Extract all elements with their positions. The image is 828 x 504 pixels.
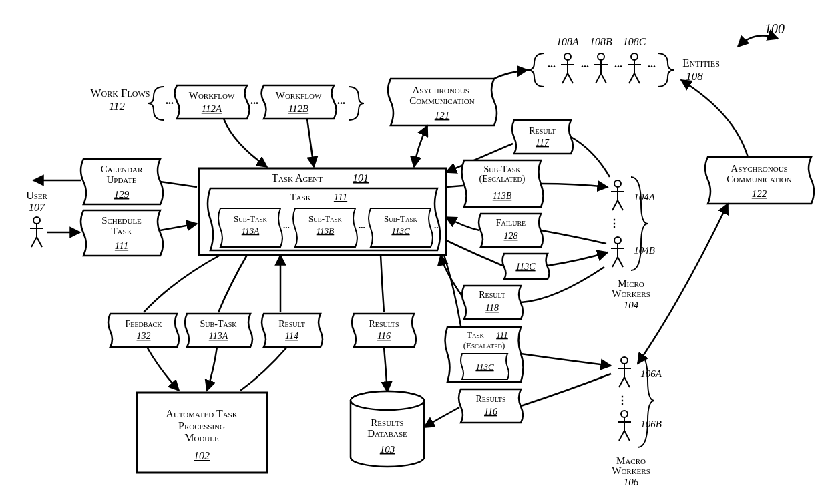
workflow-112a: Workflow 112A	[175, 85, 250, 119]
subtask-escalated: Sub-Task(Escalated) 113B	[462, 160, 544, 207]
results-116a: Results 116	[352, 314, 416, 347]
svg-point-5	[598, 53, 604, 60]
arrow-workflow-a-agent	[224, 119, 267, 167]
macro-workers-group: 106A ⋮ 106B MacroWorkers 106	[612, 354, 662, 487]
svg-point-28	[33, 217, 40, 224]
svg-text:···: ···	[166, 97, 174, 109]
figure-ref: 100	[738, 21, 785, 47]
svg-text:Result: Result	[479, 290, 505, 300]
svg-line-13	[629, 73, 634, 83]
svg-text:Sub-Task: Sub-Task	[234, 214, 268, 224]
svg-text:103: 103	[380, 444, 395, 455]
svg-text:MicroWorkers: MicroWorkers	[612, 278, 650, 299]
subtask-113a-out: Sub-Task 113A	[185, 314, 252, 347]
line-failure-worker	[541, 230, 606, 244]
entity-108b-icon	[594, 53, 608, 83]
subtask-113c-inner: Sub-Task 113C	[369, 208, 433, 247]
svg-line-9	[601, 73, 606, 83]
line-result114-module	[240, 347, 287, 391]
svg-text:Workflow: Workflow	[189, 90, 235, 101]
macro-worker-a-label: 106A	[640, 368, 662, 379]
workflows-group: Work Flows 112 Workflow 112A ··· ··· Wor…	[90, 85, 364, 120]
svg-text:113B: 113B	[317, 226, 335, 236]
svg-line-70	[618, 257, 623, 267]
svg-text:117: 117	[536, 138, 550, 148]
svg-text:⋮: ⋮	[617, 395, 628, 406]
svg-text:ResultsDatabase: ResultsDatabase	[367, 417, 407, 439]
svg-text:···: ···	[337, 97, 345, 109]
entity-108c-icon	[628, 53, 641, 83]
entities-group: ··· ··· ··· ··· 108A 108B 108C Entities …	[528, 36, 720, 87]
micro-worker-a-icon	[611, 180, 624, 210]
svg-text:CalendarUpdate: CalendarUpdate	[101, 164, 143, 185]
svg-text:113C: 113C	[515, 262, 536, 272]
svg-text:···: ···	[283, 222, 290, 232]
arrow-schedule-agent	[160, 224, 197, 230]
entity-108a-icon	[561, 53, 574, 83]
micro-worker-a-label: 104A	[634, 192, 656, 202]
result-117: Result 117	[512, 120, 573, 154]
task-agent: Task Agent 101 Task 111 Sub-Task 113A ··…	[199, 168, 446, 255]
svg-text:MacroWorkers: MacroWorkers	[612, 455, 650, 476]
result-118: Result 118	[462, 286, 523, 319]
arrow-failure-agent	[446, 217, 479, 230]
svg-text:Results: Results	[369, 319, 399, 329]
feedback-132: Feedback 132	[108, 314, 179, 347]
svg-text:111: 111	[115, 240, 128, 251]
svg-text:113B: 113B	[493, 191, 512, 201]
svg-text:113A: 113A	[209, 331, 228, 341]
svg-text:···: ···	[581, 61, 589, 72]
svg-text:Results: Results	[475, 394, 505, 404]
user-label: User	[26, 190, 47, 201]
svg-text:111: 111	[334, 192, 347, 202]
svg-text:Sub-Task: Sub-Task	[308, 214, 343, 224]
svg-line-97	[619, 431, 624, 441]
svg-text:121: 121	[435, 110, 450, 121]
user-num: 107	[29, 202, 45, 213]
subtask-113b-inner: Sub-Task 113B	[293, 208, 357, 247]
macro-worker-b-label: 106B	[640, 419, 662, 429]
micro-workers-group: 104A ⋮ 104B MicroWorkers 104	[609, 177, 656, 310]
bare-113c: 113C	[503, 254, 550, 279]
micro-worker-b-label: 104B	[634, 245, 655, 256]
svg-text:122: 122	[752, 188, 767, 199]
svg-text:114: 114	[285, 331, 298, 341]
svg-text:Task: Task	[467, 330, 484, 340]
svg-text:129: 129	[114, 189, 130, 200]
arrow-workflow-b-agent	[307, 119, 314, 167]
svg-text:Sub-Task: Sub-Task	[200, 319, 238, 329]
svg-line-64	[618, 200, 623, 210]
async-comm-122: AsychronousCommunication 122	[705, 157, 814, 204]
arrow-taskesc-macro	[521, 354, 611, 366]
micro-worker-b-icon	[611, 237, 624, 267]
svg-line-91	[619, 377, 624, 387]
workflows-label: Work Flows	[90, 87, 150, 99]
arrow-result118-agent	[441, 255, 463, 297]
svg-text:112A: 112A	[202, 103, 222, 114]
svg-text:···: ···	[359, 222, 365, 232]
arrow-113c-worker	[548, 252, 608, 266]
svg-text:Sub-Task(Escalated): Sub-Task(Escalated)	[479, 164, 526, 184]
figure-number: 100	[765, 21, 785, 36]
svg-line-32	[37, 237, 42, 247]
entity-108c-label: 108C	[623, 36, 646, 47]
svg-text:118: 118	[485, 303, 499, 313]
svg-line-3	[562, 73, 568, 83]
subtask-113a-inner: Sub-Task 113A	[218, 208, 282, 247]
async-comm-121: Asychronous Communication 121	[388, 79, 497, 125]
macro-worker-a-icon	[618, 357, 631, 387]
arrow-async1-entities	[494, 70, 528, 79]
line-agent-results116a	[381, 255, 384, 312]
svg-point-104	[351, 391, 424, 410]
svg-text:···: ···	[614, 61, 622, 72]
svg-text:101: 101	[353, 172, 369, 184]
result-114: Result 114	[262, 314, 323, 347]
svg-text:···: ···	[250, 97, 258, 109]
arrow-escalated-worker	[541, 184, 608, 187]
automated-module: Automated TaskProcessingModule 102	[137, 393, 267, 473]
svg-point-66	[614, 237, 621, 244]
line-result117-worker	[571, 137, 610, 177]
svg-line-31	[31, 237, 37, 247]
arrow-subtask-module	[207, 347, 217, 391]
svg-text:Asychronous
    Communication: Asychronous Communication	[409, 85, 474, 106]
